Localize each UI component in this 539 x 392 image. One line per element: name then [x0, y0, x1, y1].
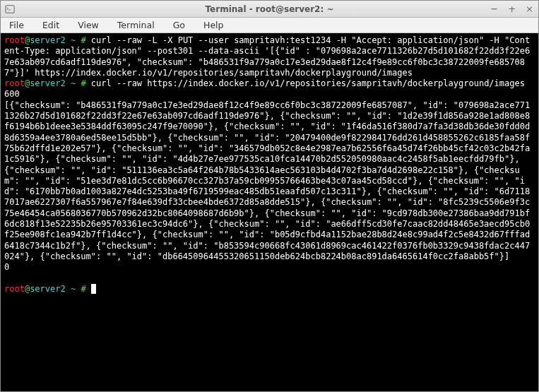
menu-view[interactable]: View [73, 18, 103, 32]
menu-help[interactable]: Help [199, 18, 228, 32]
menu-go[interactable]: Go [169, 18, 189, 32]
titlebar: Terminal - root@server2: ~ − + × [1, 1, 538, 18]
menu-terminal[interactable]: Terminal [113, 18, 159, 32]
terminal-body[interactable]: root@server2 ~ # curl --raw -L -X PUT --… [1, 33, 538, 391]
output-trailer: 0 [4, 262, 9, 272]
close-button[interactable]: × [523, 4, 535, 14]
prompt-path: ~ # [66, 284, 91, 294]
menu-edit[interactable]: Edit [38, 18, 64, 32]
cursor [91, 284, 96, 294]
prompt-host: server2 [30, 284, 66, 294]
window-controls: − + × [488, 4, 535, 14]
minimize-button[interactable]: − [488, 4, 500, 14]
prompt-user: root [4, 35, 25, 45]
window-title: Terminal - root@server2: ~ [1, 4, 538, 14]
terminal-window: Terminal - root@server2: ~ − + × File Ed… [0, 0, 539, 392]
prompt-path: ~ # [66, 78, 91, 88]
output-length: 600 [4, 89, 20, 99]
prompt-path: ~ # [66, 35, 91, 45]
prompt-host: server2 [30, 35, 66, 45]
output-body: [{"checksum": "b486531f9a779a0c17e3ed29d… [4, 100, 530, 261]
menu-file[interactable]: File [5, 18, 28, 32]
maximize-button[interactable]: + [506, 4, 518, 14]
prompt-user: root [4, 78, 25, 88]
menubar: File Edit View Terminal Go Help [1, 18, 538, 33]
prompt-user: root [4, 284, 25, 294]
command-2: curl --raw https://index.docker.io/v1/re… [91, 78, 525, 88]
prompt-host: server2 [30, 78, 66, 88]
